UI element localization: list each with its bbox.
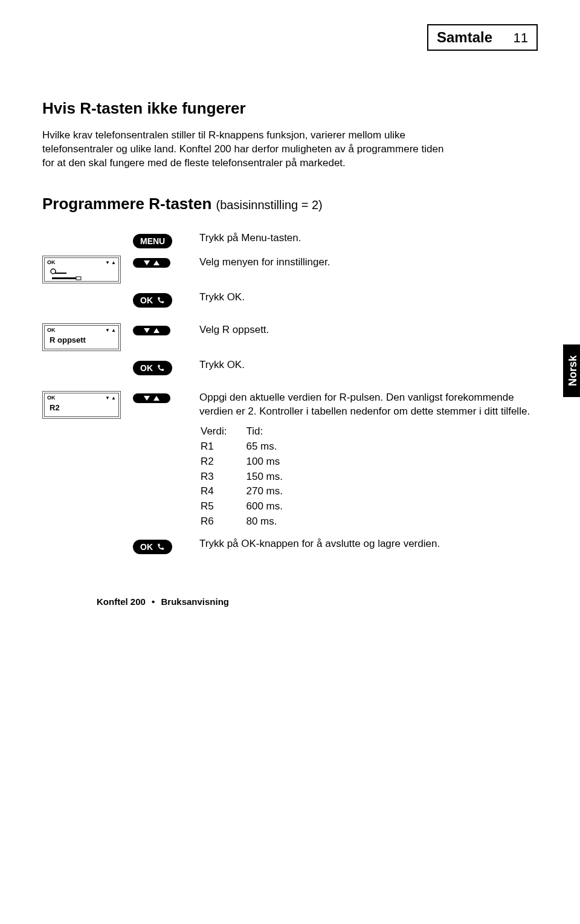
section-heading-2-basis: (basisinnstilling = 2)	[216, 198, 323, 212]
step-text: Trykk på Menu-tasten.	[199, 231, 538, 245]
section-intro-1: Hvilke krav telefonsentralen stiller til…	[42, 129, 453, 170]
ok-button-label: OK	[140, 542, 153, 552]
phone-icon	[156, 296, 165, 305]
triangle-up-icon	[153, 260, 160, 265]
lcd-ok-label: OK	[47, 327, 56, 333]
lcd-ok-label: OK	[47, 259, 56, 265]
step-text: Trykk OK.	[199, 358, 538, 372]
ok-button-icon: OK	[133, 540, 172, 554]
r-values-table: Verdi: Tid: R165 ms. R2100 ms R3150 ms. …	[199, 424, 302, 531]
section-heading-1: Hvis R-tasten ikke fungerer	[42, 99, 538, 118]
lcd-arrows: ▼ ▲	[105, 395, 116, 401]
arrow-button-icon	[133, 393, 170, 403]
arrow-button-icon	[133, 326, 170, 335]
svg-point-0	[51, 269, 56, 274]
table-row: R4270 ms.	[201, 485, 301, 499]
step-row: OK Trykk OK.	[42, 358, 538, 375]
step-text-content: Oppgi den aktuelle verdien for R-pulsen.…	[199, 392, 530, 417]
lcd-content: R2	[50, 403, 116, 415]
table-row: R5600 ms.	[201, 500, 301, 514]
menu-button-icon: MENU	[133, 234, 172, 248]
svg-rect-3	[76, 277, 81, 280]
lcd-ok-label: OK	[47, 395, 56, 401]
footer-doc: Bruksanvisning	[161, 596, 229, 607]
lcd-arrows: ▼ ▲	[105, 260, 116, 265]
ok-button-icon: OK	[133, 293, 172, 308]
step-row: MENU Trykk på Menu-tasten.	[42, 231, 538, 248]
step-text: Trykk på OK-knappen for å avslutte og la…	[199, 537, 538, 551]
lcd-r-oppsett: OK ▼ ▲ R oppsett	[42, 323, 121, 351]
page-number: 11	[514, 30, 528, 46]
triangle-up-icon	[153, 328, 160, 333]
ok-button-label: OK	[140, 363, 153, 373]
triangle-down-icon	[144, 328, 150, 333]
step-text: Velg R oppsett.	[199, 323, 538, 337]
phone-icon	[156, 364, 165, 372]
language-tab: Norsk	[563, 344, 580, 397]
page-header-box: Samtale 11	[427, 24, 538, 51]
triangle-down-icon	[144, 396, 150, 401]
lcd-r2: OK ▼ ▲ R2	[42, 391, 121, 419]
step-text: Oppgi den aktuelle verdien for R-pulsen.…	[199, 391, 538, 530]
triangle-down-icon	[144, 260, 150, 265]
lcd-content: R oppsett	[50, 335, 116, 347]
step-text: Trykk OK.	[199, 291, 538, 305]
table-row: R165 ms.	[201, 440, 301, 454]
step-row: OK Trykk OK.	[42, 291, 538, 308]
page-header-title: Samtale	[437, 29, 492, 46]
table-row: R680 ms.	[201, 515, 301, 529]
step-row: OK Trykk på OK-knappen for å avslutte og…	[42, 537, 538, 554]
step-text: Velg menyen for innstillinger.	[199, 256, 538, 270]
svg-rect-2	[52, 277, 76, 279]
section-heading-2: Programmere R-tasten (basisinnstilling =…	[42, 195, 538, 213]
bullet-icon: •	[152, 596, 155, 607]
arrow-button-icon	[133, 258, 170, 268]
wrench-icon	[50, 268, 116, 280]
table-header-value: Verdi:	[201, 425, 245, 439]
table-row: R3150 ms.	[201, 470, 301, 484]
step-row: OK ▼ ▲ R2 Oppgi den aktuelle verdien for…	[42, 391, 538, 530]
ok-button-icon: OK	[133, 361, 172, 375]
phone-icon	[156, 543, 165, 551]
section-heading-2-text: Programmere R-tasten	[42, 195, 211, 213]
ok-button-label: OK	[140, 296, 153, 305]
footer-product: Konftel 200	[97, 596, 146, 607]
step-row: OK ▼ ▲ R oppsett Velg R oppsett.	[42, 323, 538, 351]
triangle-up-icon	[153, 396, 160, 401]
lcd-settings: OK ▼ ▲	[42, 256, 121, 283]
step-row: OK ▼ ▲ Velg menyen for innstillinger.	[42, 256, 538, 283]
menu-button-label: MENU	[140, 236, 165, 246]
lcd-arrows: ▼ ▲	[105, 328, 116, 333]
table-header-time: Tid:	[246, 425, 300, 439]
page-footer: Konftel 200 • Bruksanvisning	[97, 596, 538, 607]
table-row: R2100 ms	[201, 455, 301, 469]
